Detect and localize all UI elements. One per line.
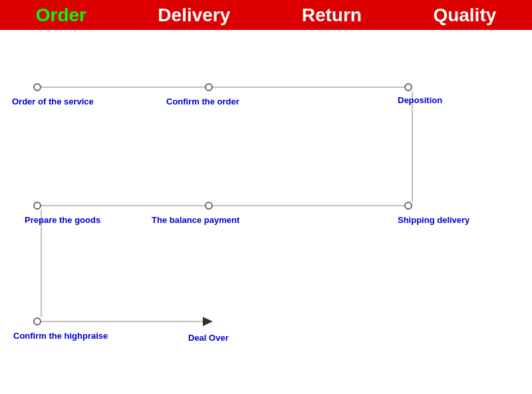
label-order-of-service: Order of the service (12, 97, 94, 106)
svg-marker-7 (203, 317, 213, 326)
header: Order Delivery Return Quality (0, 0, 532, 30)
label-confirm-highpraise: Confirm the highpraise (13, 331, 108, 341)
header-order[interactable]: Order (36, 5, 86, 26)
node-order-of-service[interactable] (33, 83, 41, 91)
header-delivery[interactable]: Delivery (158, 5, 230, 26)
node-balance-payment[interactable] (205, 202, 213, 210)
node-deposition[interactable] (404, 83, 412, 91)
node-prepare-goods[interactable] (33, 202, 41, 210)
label-confirm-order: Confirm the order (166, 97, 239, 106)
label-shipping-delivery: Shipping delivery (398, 215, 469, 225)
label-deposition: Deposition (398, 95, 442, 105)
label-prepare-goods: Prepare the goods (25, 215, 100, 225)
node-shipping-delivery[interactable] (404, 202, 412, 210)
node-confirm-order[interactable] (205, 83, 213, 91)
node-confirm-highpraise[interactable] (33, 317, 41, 325)
header-return[interactable]: Return (302, 5, 362, 26)
header-quality[interactable]: Quality (433, 5, 496, 26)
label-balance-payment: The balance payment (152, 215, 239, 225)
flow-diagram: Order of the service Confirm the order D… (0, 30, 532, 394)
label-deal-over: Deal Over (188, 333, 229, 343)
